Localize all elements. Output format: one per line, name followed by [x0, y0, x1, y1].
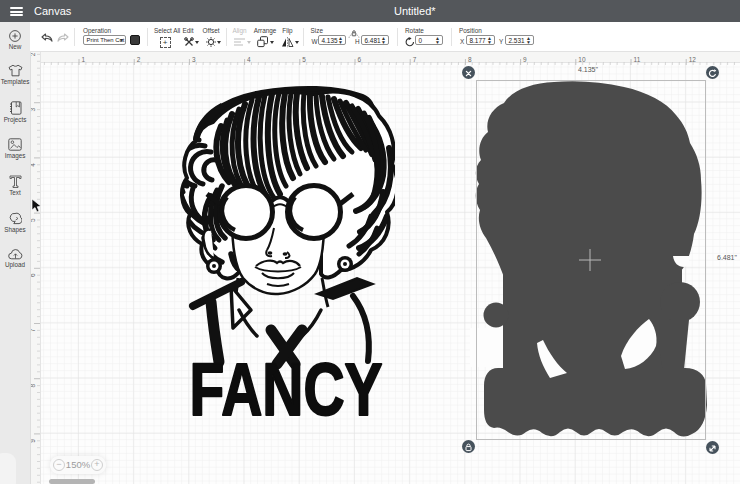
- svg-text:FANCY: FANCY: [190, 348, 383, 418]
- svg-text:11: 11: [634, 56, 641, 63]
- svg-text:3: 3: [192, 56, 196, 63]
- svg-text:9: 9: [523, 56, 527, 63]
- svg-text:10: 10: [578, 56, 586, 63]
- svg-text:8: 8: [468, 56, 472, 63]
- svg-text:4: 4: [247, 56, 251, 63]
- svg-text:12: 12: [689, 56, 697, 63]
- svg-text:2: 2: [137, 56, 141, 63]
- svg-text:7: 7: [413, 56, 417, 63]
- svg-text:6: 6: [358, 56, 362, 63]
- svg-text:5: 5: [302, 56, 306, 63]
- svg-text:1: 1: [82, 56, 86, 63]
